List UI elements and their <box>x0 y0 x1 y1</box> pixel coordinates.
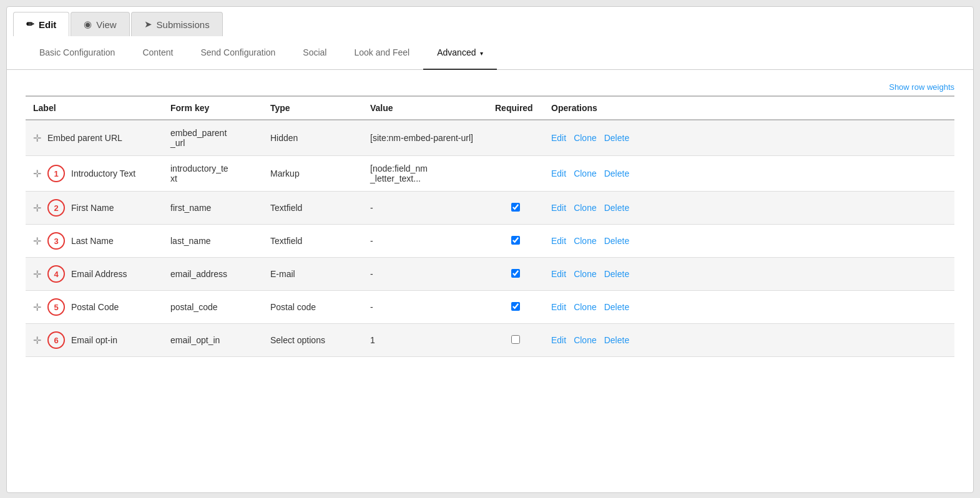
tab-edit[interactable]: ✏ Edit <box>13 12 69 36</box>
delete-link[interactable]: Delete <box>604 236 629 246</box>
value-cell: - <box>363 192 488 225</box>
value-cell: - <box>363 225 488 258</box>
edit-link[interactable]: Edit <box>551 168 566 178</box>
tab-submissions-label: Submissions <box>157 19 210 30</box>
drag-handle-icon[interactable]: ✛ <box>33 168 41 180</box>
field-label: Introductory Text <box>71 168 135 178</box>
tab-edit-label: Edit <box>39 19 56 30</box>
subnav-basic[interactable]: Basic Configuration <box>26 36 129 70</box>
table-header-row: Label Form key Type Value Required <box>26 96 954 120</box>
delete-link[interactable]: Delete <box>604 302 629 312</box>
value-cell: [site:nm-embed-parent-url] <box>363 120 488 156</box>
row-number-badge: 2 <box>47 199 65 217</box>
show-row-weights-link[interactable]: Show row weights <box>26 82 954 92</box>
table-row: ✛4Email Addressemail_addressE-mail-EditC… <box>26 258 954 291</box>
delete-link[interactable]: Delete <box>604 133 629 143</box>
type-cell: Markup <box>263 156 363 192</box>
col-form-key: Form key <box>163 96 263 120</box>
required-checkbox[interactable] <box>511 203 520 212</box>
tabs-bar: ✏ Edit ◉ View ➤ Submissions <box>7 7 973 36</box>
edit-link[interactable]: Edit <box>551 302 566 312</box>
required-checkbox[interactable] <box>511 236 520 245</box>
required-checkbox[interactable] <box>511 335 520 344</box>
subnav-advanced[interactable]: Advanced ▾ <box>423 36 497 70</box>
form-key-cell: postal_code <box>163 291 263 324</box>
row-number-badge: 4 <box>47 265 65 283</box>
form-key-cell: first_name <box>163 192 263 225</box>
required-cell <box>488 324 544 357</box>
subnav-content[interactable]: Content <box>129 36 187 70</box>
clone-link[interactable]: Clone <box>574 335 597 345</box>
col-required: Required <box>488 96 544 120</box>
label-cell: ✛2First Name <box>26 192 163 225</box>
required-cell <box>488 120 544 156</box>
edit-link[interactable]: Edit <box>551 203 566 213</box>
required-cell <box>488 192 544 225</box>
drag-handle-icon[interactable]: ✛ <box>33 235 41 247</box>
required-cell <box>488 225 544 258</box>
label-cell: ✛3Last Name <box>26 225 163 258</box>
edit-link[interactable]: Edit <box>551 269 566 279</box>
operations-cell: EditCloneDelete <box>544 120 954 156</box>
tab-submissions[interactable]: ➤ Submissions <box>131 12 223 36</box>
label-cell: ✛4Email Address <box>26 258 163 291</box>
submissions-icon: ➤ <box>144 19 152 30</box>
required-checkbox[interactable] <box>511 269 520 278</box>
subnav-send[interactable]: Send Configuration <box>187 36 289 70</box>
col-label: Label <box>26 96 163 120</box>
drag-handle-icon[interactable]: ✛ <box>33 301 41 313</box>
drag-handle-icon[interactable]: ✛ <box>33 268 41 280</box>
col-value: Value <box>363 96 488 120</box>
type-cell: Hidden <box>263 120 363 156</box>
drag-handle-icon[interactable]: ✛ <box>33 334 41 346</box>
required-cell <box>488 291 544 324</box>
label-cell: ✛1Introductory Text <box>26 156 163 192</box>
table-row: ✛5Postal Codepostal_codePostal code-Edit… <box>26 291 954 324</box>
row-number-badge: 5 <box>47 298 65 316</box>
edit-icon: ✏ <box>26 19 34 30</box>
field-label: Email Address <box>71 269 127 279</box>
table-row: ✛2First Namefirst_nameTextfield-EditClon… <box>26 192 954 225</box>
drag-handle-icon[interactable]: ✛ <box>33 132 41 144</box>
operations-cell: EditCloneDelete <box>544 192 954 225</box>
field-label: Last Name <box>71 236 114 246</box>
content-area: Show row weights Label Form key Type Val… <box>7 70 973 376</box>
clone-link[interactable]: Clone <box>574 133 597 143</box>
clone-link[interactable]: Clone <box>574 302 597 312</box>
table-row: ✛Embed parent URLembed_parent _urlHidden… <box>26 120 954 156</box>
field-label: First Name <box>71 203 114 213</box>
clone-link[interactable]: Clone <box>574 269 597 279</box>
drag-handle-icon[interactable]: ✛ <box>33 202 41 214</box>
delete-link[interactable]: Delete <box>604 168 629 178</box>
required-checkbox[interactable] <box>511 302 520 311</box>
table-row: ✛6Email opt-inemail_opt_inSelect options… <box>26 324 954 357</box>
subnav-lookandfeel[interactable]: Look and Feel <box>340 36 423 70</box>
field-label: Postal Code <box>71 302 119 312</box>
delete-link[interactable]: Delete <box>604 203 629 213</box>
clone-link[interactable]: Clone <box>574 203 597 213</box>
type-cell: Textfield <box>263 192 363 225</box>
edit-link[interactable]: Edit <box>551 335 566 345</box>
col-operations: Operations <box>544 96 954 120</box>
table-row: ✛1Introductory Textintroductory_te xtMar… <box>26 156 954 192</box>
field-label: Email opt-in <box>71 335 117 345</box>
tab-view-label: View <box>96 19 116 30</box>
type-cell: Select options <box>263 324 363 357</box>
edit-link[interactable]: Edit <box>551 236 566 246</box>
field-label: Embed parent URL <box>47 133 122 143</box>
delete-link[interactable]: Delete <box>604 335 629 345</box>
edit-link[interactable]: Edit <box>551 133 566 143</box>
clone-link[interactable]: Clone <box>574 236 597 246</box>
subnav-social[interactable]: Social <box>289 36 340 70</box>
label-cell: ✛5Postal Code <box>26 291 163 324</box>
value-cell: - <box>363 258 488 291</box>
type-cell: Postal code <box>263 291 363 324</box>
value-cell: [node:field_nm _letter_text... <box>363 156 488 192</box>
clone-link[interactable]: Clone <box>574 168 597 178</box>
row-number-badge: 6 <box>47 331 65 349</box>
operations-cell: EditCloneDelete <box>544 258 954 291</box>
tab-view[interactable]: ◉ View <box>71 12 129 36</box>
label-cell: ✛6Email opt-in <box>26 324 163 357</box>
delete-link[interactable]: Delete <box>604 269 629 279</box>
form-key-cell: introductory_te xt <box>163 156 263 192</box>
